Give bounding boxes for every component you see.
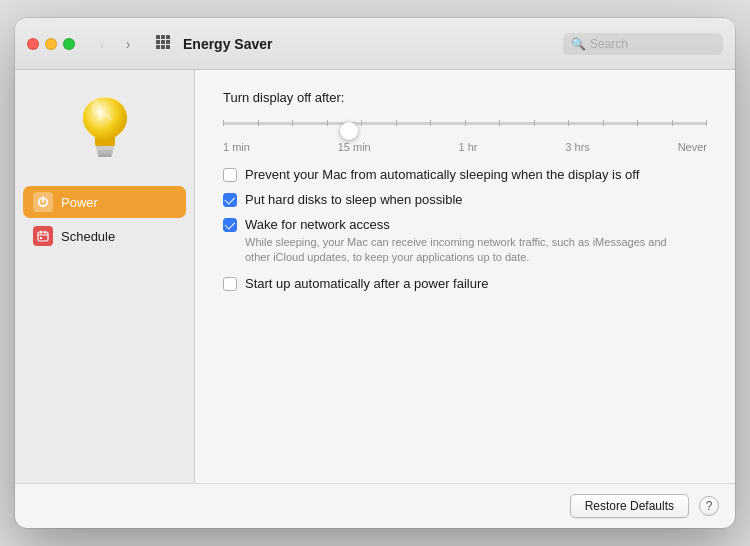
close-button[interactable] xyxy=(27,38,39,50)
svg-rect-8 xyxy=(166,45,170,49)
titlebar: ‹ › Energy Saver 🔍 Search xyxy=(15,18,735,70)
slider-label-never: Never xyxy=(678,141,707,153)
slider-label-1min: 1 min xyxy=(223,141,250,153)
energy-saver-icon xyxy=(65,86,145,166)
search-bar[interactable]: 🔍 Search xyxy=(563,33,723,55)
forward-button[interactable]: › xyxy=(117,33,139,55)
slider-label-15min: 15 min xyxy=(338,141,371,153)
nav-items: Power Schedule xyxy=(23,186,186,252)
sidebar-item-schedule-label: Schedule xyxy=(61,229,115,244)
svg-rect-14 xyxy=(38,232,48,241)
slider-label: Turn display off after: xyxy=(223,90,707,105)
chevron-left-icon: ‹ xyxy=(100,36,105,52)
svg-rect-10 xyxy=(96,146,114,150)
main-body: Power Schedule xyxy=(15,70,735,483)
checkbox-row-power-failure: Start up automatically after a power fai… xyxy=(223,276,707,291)
tick-11 xyxy=(568,120,569,126)
slider-container[interactable] xyxy=(223,113,707,133)
svg-rect-18 xyxy=(40,237,42,239)
traffic-lights xyxy=(27,38,75,50)
svg-rect-6 xyxy=(156,45,160,49)
tick-8 xyxy=(465,120,466,126)
slider-label-1hr: 1 hr xyxy=(459,141,478,153)
window-title: Energy Saver xyxy=(183,36,555,52)
checkbox-network-access-description: While sleeping, your Mac can receive inc… xyxy=(245,235,685,266)
checkbox-hard-disks-label: Put hard disks to sleep when possible xyxy=(245,192,463,207)
checkbox-auto-sleep[interactable] xyxy=(223,168,237,182)
tick-4 xyxy=(327,120,328,126)
slider-labels: 1 min 15 min 1 hr 3 hrs Never xyxy=(223,141,707,153)
svg-rect-4 xyxy=(161,40,165,44)
slider-section: Turn display off after: xyxy=(223,90,707,153)
svg-rect-11 xyxy=(97,150,113,154)
nav-buttons: ‹ › xyxy=(91,33,139,55)
svg-rect-2 xyxy=(166,35,170,39)
svg-rect-1 xyxy=(161,35,165,39)
search-placeholder: Search xyxy=(590,37,628,51)
tick-7 xyxy=(430,120,431,126)
help-button[interactable]: ? xyxy=(699,496,719,516)
restore-defaults-button[interactable]: Restore Defaults xyxy=(570,494,689,518)
tick-9 xyxy=(499,120,500,126)
slider-label-3hrs: 3 hrs xyxy=(565,141,589,153)
slider-thumb[interactable] xyxy=(340,122,358,140)
slider-track xyxy=(223,122,707,125)
svg-rect-3 xyxy=(156,40,160,44)
svg-rect-5 xyxy=(166,40,170,44)
chevron-right-icon: › xyxy=(126,36,131,52)
checkbox-power-failure-label: Start up automatically after a power fai… xyxy=(245,276,489,291)
checkbox-auto-sleep-label-container: Prevent your Mac from automatically slee… xyxy=(245,167,639,182)
checkbox-power-failure-label-container: Start up automatically after a power fai… xyxy=(245,276,489,291)
tick-14 xyxy=(672,120,673,126)
sidebar: Power Schedule xyxy=(15,70,195,483)
power-icon xyxy=(33,192,53,212)
tick-2 xyxy=(258,120,259,126)
footer: Restore Defaults ? xyxy=(15,483,735,528)
checkbox-auto-sleep-label: Prevent your Mac from automatically slee… xyxy=(245,167,639,182)
checkbox-hard-disks-label-container: Put hard disks to sleep when possible xyxy=(245,192,463,207)
maximize-button[interactable] xyxy=(63,38,75,50)
tick-1 xyxy=(223,120,224,126)
checkbox-row-auto-sleep: Prevent your Mac from automatically slee… xyxy=(223,167,707,182)
main-window: ‹ › Energy Saver 🔍 Search xyxy=(15,18,735,528)
tick-15 xyxy=(706,120,707,126)
checkbox-row-network-access: Wake for network access While sleeping, … xyxy=(223,217,707,266)
tick-5 xyxy=(361,120,362,126)
checkbox-network-access-label: Wake for network access xyxy=(245,217,685,232)
checkbox-hard-disks[interactable] xyxy=(223,193,237,207)
checkbox-row-hard-disks: Put hard disks to sleep when possible xyxy=(223,192,707,207)
tick-12 xyxy=(603,120,604,126)
sidebar-item-power[interactable]: Power xyxy=(23,186,186,218)
tick-10 xyxy=(534,120,535,126)
checkbox-network-access-label-container: Wake for network access While sleeping, … xyxy=(245,217,685,266)
minimize-button[interactable] xyxy=(45,38,57,50)
svg-rect-0 xyxy=(156,35,160,39)
back-button[interactable]: ‹ xyxy=(91,33,113,55)
sidebar-item-power-label: Power xyxy=(61,195,98,210)
checkbox-group: Prevent your Mac from automatically slee… xyxy=(223,167,707,291)
grid-icon[interactable] xyxy=(155,34,171,54)
tick-3 xyxy=(292,120,293,126)
svg-rect-12 xyxy=(98,154,112,157)
content-area: Turn display off after: xyxy=(195,70,735,483)
svg-rect-7 xyxy=(161,45,165,49)
schedule-icon xyxy=(33,226,53,246)
tick-6 xyxy=(396,120,397,126)
sidebar-item-schedule[interactable]: Schedule xyxy=(23,220,186,252)
search-icon: 🔍 xyxy=(571,37,586,51)
tick-13 xyxy=(637,120,638,126)
checkbox-network-access[interactable] xyxy=(223,218,237,232)
checkbox-power-failure[interactable] xyxy=(223,277,237,291)
